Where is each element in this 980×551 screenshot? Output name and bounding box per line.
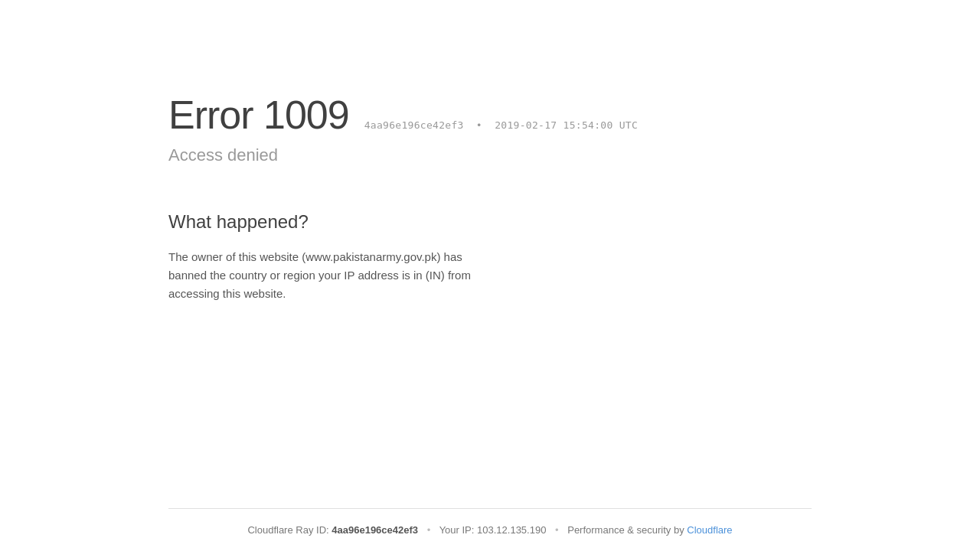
section-body: The owner of this website (www.pakistana… [168,248,490,303]
footer-ip-label: Your IP: [439,524,475,536]
footer: Cloudflare Ray ID: 4aa96e196ce42ef3 • Yo… [0,509,980,551]
error-subtitle: Access denied [168,145,980,165]
footer-ip-value: 103.12.135.190 [477,524,546,536]
cloudflare-link[interactable]: Cloudflare [687,524,732,536]
footer-sep-1: • [427,524,431,536]
ray-info: 4aa96e196ce42ef3 • 2019-02-17 15:54:00 U… [364,119,638,131]
ray-separator: • [476,119,482,131]
ray-id-value: 4aa96e196ce42ef3 [364,119,464,131]
footer-ray-label: Cloudflare Ray ID: [247,524,328,536]
footer-sep-2: • [555,524,559,536]
error-header: Error 1009 4aa96e196ce42ef3 • 2019-02-17… [168,92,980,138]
section-title: What happened? [168,211,980,233]
footer-security-label: Performance & security by [567,524,684,536]
footer-ray-id-value: 4aa96e196ce42ef3 [332,524,418,536]
error-title: Error 1009 [168,92,349,138]
timestamp-value: 2019-02-17 15:54:00 UTC [495,119,638,131]
main-content: Error 1009 4aa96e196ce42ef3 • 2019-02-17… [0,0,980,478]
page-container: Error 1009 4aa96e196ce42ef3 • 2019-02-17… [0,0,980,551]
